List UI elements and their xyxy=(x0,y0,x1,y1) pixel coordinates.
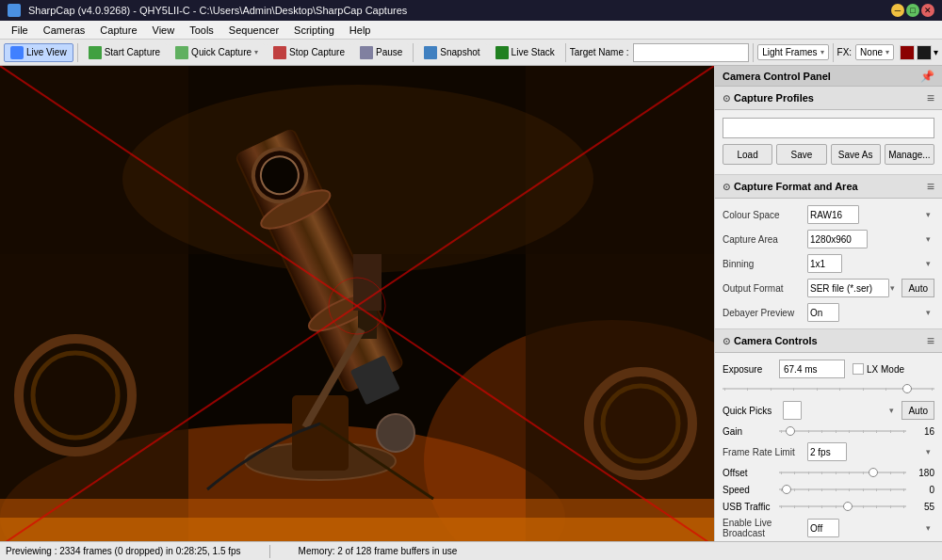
stop-capture-button[interactable]: Stop Capture xyxy=(267,43,351,62)
gain-slider-thumb[interactable] xyxy=(786,426,795,436)
menu-sequencer[interactable]: Sequencer xyxy=(221,23,286,38)
output-format-select-wrapper: SER file (*.ser) xyxy=(807,279,899,297)
tick xyxy=(821,472,822,474)
offset-slider-thumb[interactable] xyxy=(869,468,878,477)
capture-profiles-header[interactable]: ⊙ Capture Profiles ≡ xyxy=(715,87,942,110)
tick xyxy=(890,430,891,433)
video-area[interactable] xyxy=(0,66,714,541)
menu-tools[interactable]: Tools xyxy=(182,23,221,38)
lx-mode-container: LX Mode xyxy=(853,363,904,375)
usb-traffic-slider[interactable] xyxy=(779,501,906,512)
right-panel: Camera Control Panel 📌 ⊙ Capture Profile… xyxy=(714,66,942,541)
camera-controls-header[interactable]: ⊙ Camera Controls ≡ xyxy=(715,329,942,353)
debayer-preview-label: Debayer Preview xyxy=(723,308,807,318)
menu-help[interactable]: Help xyxy=(342,23,379,38)
live-view-button[interactable]: Live View xyxy=(4,43,73,62)
close-button[interactable]: ✕ xyxy=(921,4,934,17)
menu-scripting[interactable]: Scripting xyxy=(286,23,342,38)
quick-capture-button[interactable]: Quick Capture ▾ xyxy=(169,43,265,62)
color-swatch-dark[interactable] xyxy=(917,45,932,60)
tick xyxy=(794,505,795,508)
tick xyxy=(821,430,822,433)
snapshot-button[interactable]: Snapshot xyxy=(417,43,486,62)
maximize-button[interactable]: □ xyxy=(906,4,919,17)
live-stack-button[interactable]: Live Stack xyxy=(489,43,561,62)
quick-picks-select-wrapper xyxy=(783,401,898,420)
light-frames-dropdown[interactable]: Light Frames ▾ xyxy=(757,44,828,60)
minimize-button[interactable]: ─ xyxy=(891,4,904,17)
menu-file[interactable]: File xyxy=(4,23,36,38)
offset-slider[interactable] xyxy=(779,467,906,478)
speed-slider[interactable] xyxy=(779,484,906,495)
capture-area-select[interactable]: 1280x960 xyxy=(807,230,868,248)
speed-slider-thumb[interactable] xyxy=(782,485,791,494)
tick xyxy=(808,472,809,474)
exposure-value: 67.4 ms xyxy=(779,360,845,378)
fx-dropdown-arrow[interactable]: ▾ xyxy=(934,47,938,57)
output-format-label: Output Format xyxy=(723,283,807,294)
save-button[interactable]: Save xyxy=(776,144,826,165)
tick xyxy=(885,388,886,391)
panel-top-bar: Camera Control Panel 📌 xyxy=(715,66,942,87)
start-capture-button[interactable]: Start Capture xyxy=(82,43,167,62)
save-as-button[interactable]: Save As xyxy=(831,144,881,165)
fx-label: FX: xyxy=(837,47,853,57)
stop-capture-icon xyxy=(273,46,286,59)
pause-button[interactable]: Pause xyxy=(353,43,409,62)
manage-button[interactable]: Manage... xyxy=(885,144,934,165)
binning-label: Binning xyxy=(723,259,807,269)
live-broadcast-select[interactable]: Off xyxy=(807,519,839,537)
tick xyxy=(890,472,891,474)
quick-picks-auto-btn[interactable]: Auto xyxy=(901,401,934,420)
capture-profiles-title: Capture Profiles xyxy=(734,92,814,104)
debayer-preview-select[interactable]: On xyxy=(807,303,839,322)
menubar: File Cameras Capture View Tools Sequence… xyxy=(0,21,942,40)
gain-slider[interactable] xyxy=(779,425,906,437)
menu-cameras[interactable]: Cameras xyxy=(36,23,93,38)
quick-capture-arrow[interactable]: ▾ xyxy=(254,48,258,56)
collapse-icon-camera: ⊙ xyxy=(723,336,730,346)
panel-pin-icon[interactable]: 📌 xyxy=(920,70,934,83)
output-format-select[interactable]: SER file (*.ser) xyxy=(807,279,889,297)
format-menu-icon[interactable]: ≡ xyxy=(927,179,934,194)
memory-status: Memory: 2 of 128 frame buffers in use xyxy=(299,546,458,556)
target-name-label: Target Name : xyxy=(570,47,629,57)
colour-space-select[interactable]: RAW16 xyxy=(807,205,859,224)
menu-view[interactable]: View xyxy=(145,23,183,38)
tick xyxy=(808,505,809,508)
tick xyxy=(903,488,904,491)
target-name-input[interactable] xyxy=(633,43,750,62)
gain-slider-container xyxy=(779,425,906,437)
output-format-control: SER file (*.ser) Auto xyxy=(807,279,934,297)
panel-title: Camera Control Panel xyxy=(723,71,831,82)
quick-picks-select[interactable] xyxy=(783,401,802,420)
exposure-slider[interactable] xyxy=(723,383,934,394)
capture-format-header-left: ⊙ Capture Format and Area xyxy=(723,181,858,192)
capture-profiles-section: ⊙ Capture Profiles ≡ Load Save Save As M… xyxy=(715,87,942,175)
window-controls[interactable]: ─ □ ✕ xyxy=(891,4,934,17)
toolbar-separator-2 xyxy=(413,43,414,62)
lx-mode-checkbox[interactable] xyxy=(853,363,864,375)
tick xyxy=(747,388,748,391)
quick-picks-row: Quick Picks Auto xyxy=(715,398,942,423)
capture-format-header[interactable]: ⊙ Capture Format and Area ≡ xyxy=(715,175,942,199)
fx-dropdown[interactable]: None ▾ xyxy=(855,44,894,60)
usb-traffic-slider-thumb[interactable] xyxy=(843,502,853,511)
load-button[interactable]: Load xyxy=(723,144,772,165)
camera-controls-menu-icon[interactable]: ≡ xyxy=(927,333,934,348)
frame-rate-select[interactable]: 2 fps xyxy=(807,442,847,461)
pause-icon xyxy=(360,46,373,59)
light-frames-label: Light Frames xyxy=(762,47,817,57)
profiles-menu-icon[interactable]: ≡ xyxy=(927,90,934,105)
window-title: SharpCap (v4.0.9268) - QHY5LII-C - C:\Us… xyxy=(28,5,407,16)
color-swatch-red[interactable] xyxy=(900,45,915,60)
profile-name-input[interactable] xyxy=(723,118,934,138)
gain-row: Gain 16 xyxy=(715,423,942,440)
snapshot-icon xyxy=(424,46,437,59)
tick xyxy=(863,488,864,491)
tick xyxy=(876,488,877,491)
exposure-slider-thumb[interactable] xyxy=(902,384,912,393)
menu-capture[interactable]: Capture xyxy=(92,23,144,38)
output-format-auto-btn[interactable]: Auto xyxy=(901,279,934,297)
binning-select[interactable]: 1x1 xyxy=(807,254,842,273)
